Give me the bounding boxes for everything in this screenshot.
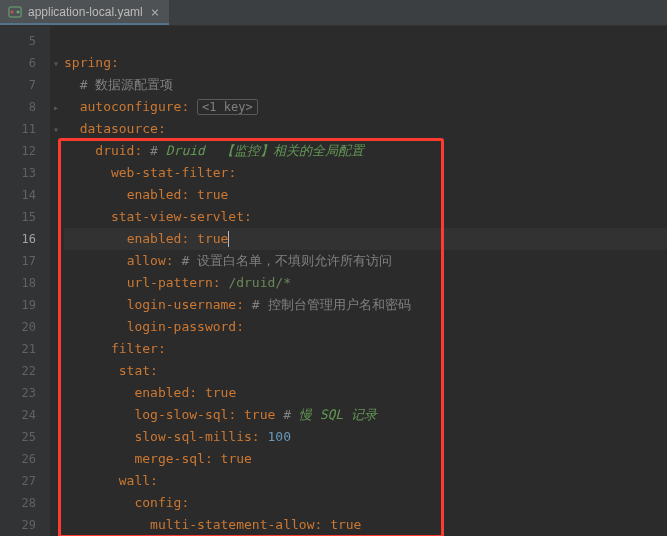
fold-closed-icon[interactable]: ▸ xyxy=(50,96,62,118)
code-content[interactable]: spring: # 数据源配置项 autoconfigure: <1 key> … xyxy=(50,30,667,536)
line-number: 11 xyxy=(0,118,50,140)
line-gutter: 5 6 7 8 11 12 13 14 15 16 17 18 19 20 21… xyxy=(0,26,50,536)
code-line: spring: xyxy=(64,52,667,74)
line-number: 20 xyxy=(0,316,50,338)
file-tab[interactable]: application-local.yaml × xyxy=(0,0,169,25)
code-line: log-slow-sql: true # 慢 SQL 记录 xyxy=(64,404,667,426)
line-number: 19 xyxy=(0,294,50,316)
svg-point-2 xyxy=(17,10,20,13)
fold-open-icon[interactable]: ▾ xyxy=(50,118,62,140)
code-line: multi-statement-allow: true xyxy=(64,514,667,536)
line-number: 12 xyxy=(0,140,50,162)
code-line: enabled: true xyxy=(64,184,667,206)
line-number: 6 xyxy=(0,52,50,74)
line-number: 15 xyxy=(0,206,50,228)
line-number: 13 xyxy=(0,162,50,184)
line-number: 8 xyxy=(0,96,50,118)
close-icon[interactable]: × xyxy=(149,4,161,20)
code-line: stat-view-servlet: xyxy=(64,206,667,228)
code-line: druid: # Druid 【监控】相关的全局配置 xyxy=(64,140,667,162)
code-line: wall: xyxy=(64,470,667,492)
code-editor[interactable]: 5 6 7 8 11 12 13 14 15 16 17 18 19 20 21… xyxy=(0,26,667,536)
fold-placeholder[interactable]: <1 key> xyxy=(197,99,258,115)
code-line: stat: xyxy=(64,360,667,382)
line-number: 27 xyxy=(0,470,50,492)
code-line: datasource: xyxy=(64,118,667,140)
text-cursor xyxy=(228,231,229,247)
line-number: 23 xyxy=(0,382,50,404)
code-line: filter: xyxy=(64,338,667,360)
line-number: 21 xyxy=(0,338,50,360)
line-number: 7 xyxy=(0,74,50,96)
code-line: url-pattern: /druid/* xyxy=(64,272,667,294)
code-line: autoconfigure: <1 key> xyxy=(64,96,667,118)
fold-column: ▾ ▸ ▾ xyxy=(50,30,62,140)
code-line-active: enabled: true xyxy=(64,228,667,250)
code-line: web-stat-filter: xyxy=(64,162,667,184)
line-number: 24 xyxy=(0,404,50,426)
line-number: 25 xyxy=(0,426,50,448)
line-number: 5 xyxy=(0,30,50,52)
svg-point-1 xyxy=(11,10,14,13)
code-line: # 数据源配置项 xyxy=(64,74,667,96)
line-number: 17 xyxy=(0,250,50,272)
tab-bar: application-local.yaml × xyxy=(0,0,667,26)
line-number: 28 xyxy=(0,492,50,514)
code-line: login-password: xyxy=(64,316,667,338)
yaml-file-icon xyxy=(8,5,22,19)
code-area[interactable]: ▾ ▸ ▾ spring: # 数据源配置项 autoconfigure: <1… xyxy=(50,26,667,536)
line-number: 22 xyxy=(0,360,50,382)
code-line: config: xyxy=(64,492,667,514)
line-number: 18 xyxy=(0,272,50,294)
code-line: login-username: # 控制台管理用户名和密码 xyxy=(64,294,667,316)
line-number: 14 xyxy=(0,184,50,206)
code-line: merge-sql: true xyxy=(64,448,667,470)
code-line: slow-sql-millis: 100 xyxy=(64,426,667,448)
line-number: 26 xyxy=(0,448,50,470)
fold-none xyxy=(50,30,62,52)
line-number: 16 xyxy=(0,228,50,250)
code-line xyxy=(64,30,667,52)
code-line: allow: # 设置白名单，不填则允许所有访问 xyxy=(64,250,667,272)
line-number: 29 xyxy=(0,514,50,536)
tab-filename: application-local.yaml xyxy=(28,5,143,19)
code-line: enabled: true xyxy=(64,382,667,404)
fold-open-icon[interactable]: ▾ xyxy=(50,52,62,74)
